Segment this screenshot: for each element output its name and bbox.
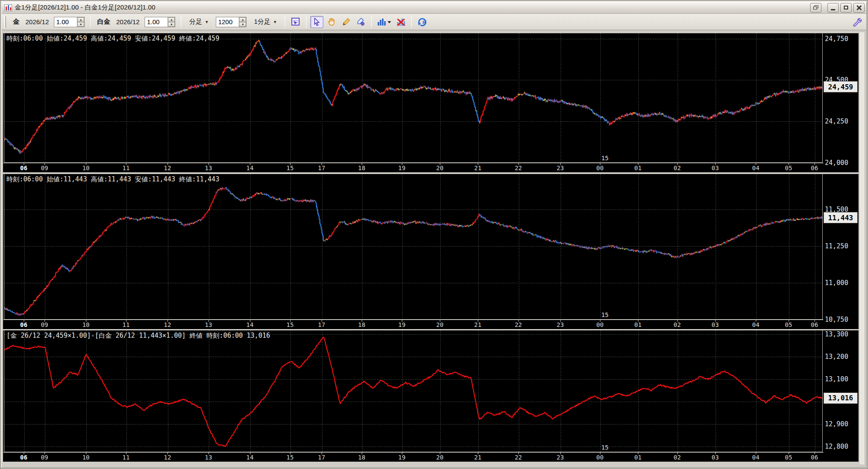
x-axis-label: 03: [709, 321, 722, 328]
x-axis-label: 06: [17, 454, 30, 461]
bar-count-spinner: ▲ ▼: [216, 17, 246, 27]
candle-wicks-up: [5, 40, 823, 154]
platinum-multiplier-spinner: ▲ ▼: [145, 17, 175, 27]
x-axis-label: 06: [808, 321, 821, 328]
titlebar[interactable]: 金1分足[2026/12]1.00 - 白金1分足[2026/12]1.00: [2, 2, 866, 14]
gold-multiplier-up-button[interactable]: ▲: [77, 17, 84, 22]
y-axis-label: 13,300: [825, 330, 848, 338]
maximize-button[interactable]: [840, 3, 852, 13]
y-axis-label: 13,200: [825, 353, 848, 361]
chart-properties-icon: [291, 17, 300, 27]
x-axis-label: 12: [161, 454, 174, 461]
x-axis-label: 14: [243, 454, 256, 461]
grid-layer: [4, 330, 823, 452]
pencil-icon: [342, 18, 350, 26]
gold-plot[interactable]: [4, 33, 823, 163]
x-axis-label: 03: [709, 165, 722, 171]
x-axis-label: 02: [671, 321, 684, 328]
x-axis-label: 06: [808, 165, 821, 171]
x-axis-label: 09: [38, 165, 51, 171]
platinum-multiplier-up-button[interactable]: ▲: [168, 17, 175, 22]
x-axis-label: 03: [709, 454, 722, 461]
cursor-icon: [312, 18, 321, 26]
x-axis-label: 10: [79, 165, 92, 171]
chart-properties-button[interactable]: [289, 16, 302, 28]
gold-label: 金: [13, 18, 19, 26]
last-price-badge: 13,016: [824, 393, 858, 404]
spread-plot[interactable]: [4, 330, 823, 452]
x-axis-label: 00: [593, 321, 606, 328]
bar-type-dropdown[interactable]: 分足 ▼: [186, 16, 211, 27]
x-axis-label: 17: [315, 454, 328, 461]
y-axis-label: 24,750: [825, 35, 848, 43]
x-axis-label: 17: [315, 321, 328, 328]
x-axis-label: 13: [202, 454, 215, 461]
separator: [181, 16, 181, 28]
gold-chart-panel: 時刻:06:00 始値:24,459 高値:24,459 安値:24,459 終…: [3, 33, 859, 172]
draw-line-button[interactable]: [340, 16, 353, 28]
cascade-windows-button[interactable]: [810, 3, 821, 13]
x-axis-label: 06: [17, 165, 30, 171]
x-axis-label: 01: [631, 165, 644, 171]
bar-count-down-button[interactable]: ▼: [239, 22, 246, 27]
interval-label: 1分足: [254, 18, 270, 26]
gold-multiplier-down-button[interactable]: ▼: [77, 22, 84, 27]
day-change-marker: 15: [601, 155, 609, 162]
x-axis-label: 12: [161, 321, 174, 328]
marker-tool-button[interactable]: [354, 16, 367, 28]
remove-indicator-button[interactable]: [395, 16, 407, 28]
x-axis-label: 14: [243, 165, 256, 171]
platinum-label: 白金: [97, 18, 110, 26]
x-axis-label: 06: [17, 321, 30, 328]
close-icon: [856, 5, 862, 10]
x-axis-label: 11: [120, 454, 133, 461]
minimize-button[interactable]: [827, 3, 839, 13]
reload-button[interactable]: R: [416, 16, 429, 28]
x-axis-label: 06: [808, 454, 821, 461]
separator: [306, 16, 306, 28]
y-axis-label: 11,250: [825, 242, 848, 250]
gold-price-axis: 24,75024,50024,25024,00024,459: [824, 33, 859, 172]
x-axis-label: 13: [202, 165, 215, 171]
chart-delete-icon: [396, 17, 406, 27]
close-button[interactable]: [853, 3, 865, 13]
x-axis-label: 00: [593, 454, 606, 461]
x-axis-label: 22: [512, 454, 525, 461]
y-axis-label: 24,250: [825, 117, 848, 125]
x-axis-label: 22: [512, 321, 525, 328]
x-axis-label: 18: [355, 454, 368, 461]
chevron-down-icon: ▼: [273, 20, 277, 24]
x-axis-label: 18: [355, 321, 368, 328]
toolbar-grip[interactable]: [4, 16, 6, 28]
x-axis-label: 18: [355, 165, 368, 171]
spread-formula-readout: [金 26/12 24,459×1.00]-[白金 26/12 11,443×1…: [6, 332, 270, 340]
x-axis-label: 23: [554, 165, 567, 171]
platinum-plot[interactable]: [4, 174, 823, 320]
cascade-icon: [813, 5, 819, 10]
x-axis-label: 04: [749, 321, 762, 328]
x-axis-label: 19: [395, 454, 408, 461]
x-axis-label: 05: [782, 321, 795, 328]
x-axis-label: 04: [749, 165, 762, 171]
bar-count-up-button[interactable]: ▲: [239, 17, 246, 22]
platinum-multiplier-input[interactable]: [145, 17, 167, 27]
indicator-menu-button[interactable]: [376, 16, 393, 28]
select-cursor-button[interactable]: [310, 16, 323, 28]
y-axis-label: 13,100: [825, 375, 848, 383]
hand-icon: [327, 18, 336, 26]
day-change-marker: 15: [601, 444, 609, 451]
interval-dropdown[interactable]: 1分足 ▼: [251, 16, 280, 27]
x-axis-label: 21: [471, 321, 484, 328]
x-axis-label: 14: [243, 321, 256, 328]
pan-hand-button[interactable]: [325, 16, 338, 28]
bar-count-input[interactable]: [216, 17, 239, 27]
candle-wicks-doji: [4, 40, 821, 152]
gold-multiplier-input[interactable]: [54, 17, 77, 27]
settings-wrench-button[interactable]: [852, 17, 862, 29]
y-axis-label: 12,900: [825, 420, 848, 428]
window-title: 金1分足[2026/12]1.00 - 白金1分足[2026/12]1.00: [15, 3, 155, 12]
x-axis-label: 09: [38, 454, 51, 461]
platinum-multiplier-down-button[interactable]: ▼: [168, 22, 175, 27]
x-axis-label: 04: [749, 454, 762, 461]
y-axis-label: 24,000: [825, 159, 848, 167]
